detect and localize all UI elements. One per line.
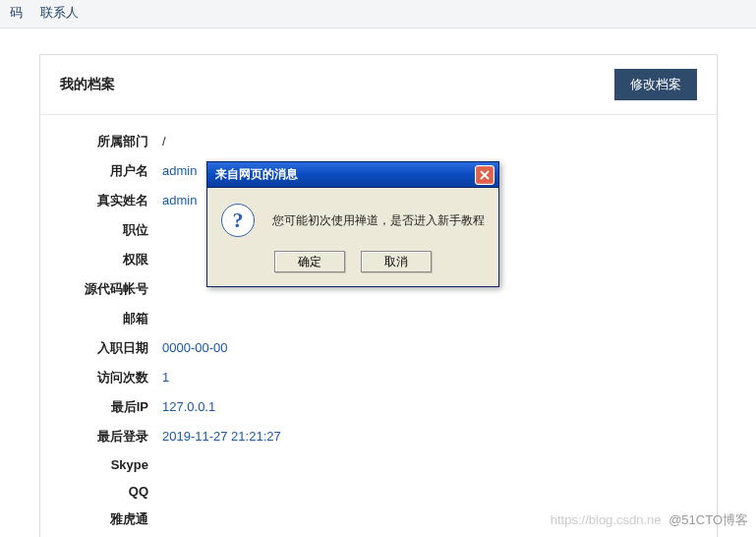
profile-row: 最后IP127.0.0.1 (60, 398, 697, 416)
profile-row-label: 用户名 (60, 162, 148, 180)
profile-row-label: 最后登录 (60, 428, 148, 446)
dialog-body: ? 您可能初次使用禅道，是否进入新手教程 (207, 188, 498, 247)
profile-row-label: Skype (60, 457, 148, 472)
dialog-title: 来自网页的消息 (215, 166, 298, 183)
profile-row: 入职日期0000-00-00 (60, 339, 697, 357)
profile-row: Skype (60, 457, 697, 472)
profile-row-label: 邮箱 (60, 310, 148, 328)
profile-row-label: 职位 (60, 221, 148, 239)
nav-item-code[interactable]: 码 (10, 5, 23, 20)
watermark-text: @51CTO博客 (669, 512, 748, 527)
profile-row-label: 入职日期 (60, 339, 148, 357)
profile-row-label: 最后IP (60, 398, 148, 416)
profile-row: 邮箱 (60, 310, 697, 328)
nav-item-contacts[interactable]: 联系人 (40, 5, 79, 20)
dialog-message: 您可能初次使用禅道，是否进入新手教程 (272, 211, 485, 229)
profile-row-label: 访问次数 (60, 369, 148, 387)
edit-profile-button[interactable]: 修改档案 (614, 69, 697, 100)
profile-row-value: admin (162, 193, 197, 208)
profile-row: 最后登录2019-11-27 21:21:27 (60, 428, 697, 446)
profile-row-value: 2019-11-27 21:21:27 (162, 429, 281, 444)
question-glyph: ? (233, 208, 244, 233)
close-icon (480, 170, 490, 180)
profile-row-label: QQ (60, 484, 148, 499)
profile-row-label: 源代码帐号 (60, 280, 148, 298)
profile-row-value: admin (162, 163, 197, 178)
profile-row-label: 所属部门 (60, 133, 148, 150)
watermark: https://blog.csdn.ne @51CTO博客 (551, 511, 748, 529)
profile-row-value: 0000-00-00 (162, 340, 228, 355)
top-nav: 码 联系人 (0, 0, 756, 29)
profile-panel: 我的档案 修改档案 所属部门/用户名admin真实姓名admin职位权限源代码帐… (39, 54, 718, 537)
watermark-faint: https://blog.csdn.ne (551, 512, 662, 527)
dialog-close-button[interactable] (475, 165, 494, 185)
profile-row: QQ (60, 484, 697, 499)
dialog-titlebar: 来自网页的消息 (207, 162, 498, 188)
profile-row: 访问次数1 (60, 369, 697, 387)
dialog-buttons: 确定 取消 (207, 247, 498, 286)
profile-row-label: 雅虎通 (60, 510, 148, 528)
profile-row-value: 1 (162, 370, 169, 385)
profile-row-value: 127.0.0.1 (162, 399, 215, 414)
confirm-dialog: 来自网页的消息 ? 您可能初次使用禅道，是否进入新手教程 确定 取消 (206, 161, 499, 287)
dialog-cancel-button[interactable]: 取消 (361, 251, 432, 272)
question-icon: ? (221, 204, 255, 237)
panel-header: 我的档案 修改档案 (40, 55, 717, 115)
dialog-ok-button[interactable]: 确定 (274, 251, 345, 272)
profile-row-label: 真实姓名 (60, 192, 148, 209)
profile-row-value: / (162, 134, 166, 149)
profile-row-label: 权限 (60, 251, 148, 268)
profile-row: 所属部门/ (60, 133, 697, 150)
panel-title: 我的档案 (60, 76, 115, 93)
